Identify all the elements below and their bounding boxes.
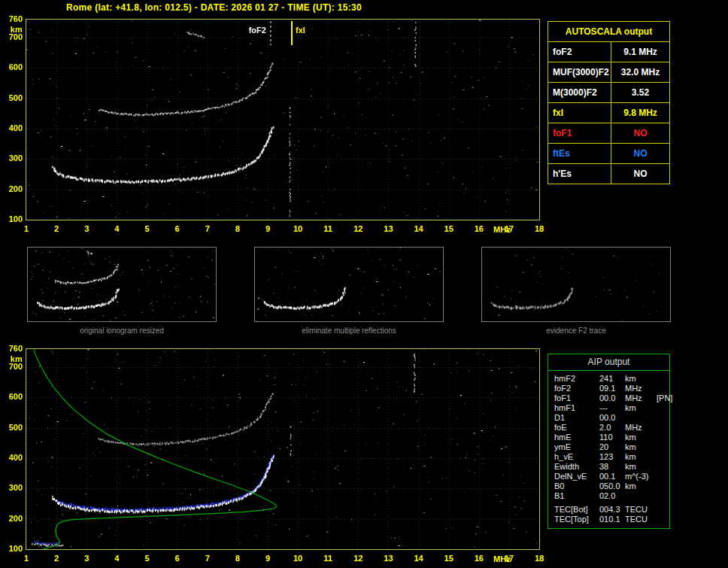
x-tick-7: 7 — [199, 554, 217, 563]
x-tick-18: 18 — [530, 554, 548, 563]
x-tick-14: 14 — [410, 554, 428, 563]
ionogram-top-canvas — [26, 20, 539, 220]
autoscala-param-label: MUF(3000)F2 — [548, 62, 611, 82]
ionogram-bottom-canvas — [26, 349, 539, 549]
aip-value: 2.0 — [599, 423, 625, 433]
aip-value: 09.1 — [599, 384, 625, 393]
autoscala-param-label: fxI — [548, 103, 611, 123]
x-tick-2: 2 — [47, 224, 65, 233]
thumbnail-eliminate-reflections — [254, 247, 444, 322]
aip-row-ymE: ymE20km — [554, 442, 669, 452]
aip-unit: km — [625, 442, 657, 452]
y-tick-500: 500 — [0, 423, 23, 432]
aip-unit: m^(-3) — [625, 472, 657, 481]
aip-param: hmF1 — [554, 403, 599, 413]
x-tick-6: 6 — [168, 554, 187, 563]
aip-param: hmE — [554, 433, 599, 442]
aip-row-foE: foE2.0MHz — [554, 423, 669, 433]
x-tick-7: 7 — [199, 224, 217, 233]
aip-unit: MHz — [625, 423, 657, 433]
y-tick-200: 200 — [0, 184, 23, 193]
autoscala-row-M(3000)F2: M(3000)F23.52 — [548, 82, 669, 102]
aip-value: 20 — [599, 442, 625, 452]
ionogram-bottom-plot — [26, 348, 540, 550]
aip-value: 38 — [599, 462, 625, 472]
aip-value: 050.0 — [599, 481, 625, 491]
autoscala-param-value: 9.1 MHz — [611, 42, 669, 62]
autoscala-param-value: NO — [611, 123, 669, 143]
x-tick-13: 13 — [379, 554, 397, 563]
aip-param: B1 — [554, 491, 599, 501]
aip-value: 123 — [599, 452, 625, 462]
aip-unit: km — [625, 481, 657, 491]
x-tick-4: 4 — [108, 554, 126, 563]
y-tick-760: 760 — [0, 344, 23, 353]
autoscala-param-value: NO — [611, 164, 669, 184]
autoscala-param-label: foF2 — [548, 42, 611, 62]
y-tick-100: 100 — [0, 214, 23, 223]
y-tick-600: 600 — [0, 62, 23, 71]
autoscala-screen: Rome (lat: +41.8, lon: 012.5) - DATE: 20… — [0, 0, 728, 568]
autoscala-row-ftEs: ftEsNO — [548, 143, 669, 163]
aip-unit: km — [625, 403, 657, 413]
aip-unit: TECU — [625, 505, 657, 515]
thumbnail-caption-evidence: evidence F2 trace — [481, 327, 671, 335]
x-tick-8: 8 — [229, 554, 247, 563]
x-tick-3: 3 — [77, 224, 96, 233]
aip-row-hmE: hmE110km — [554, 433, 669, 442]
y-tick-300: 300 — [0, 153, 23, 163]
aip-row-foF2: foF209.1MHz — [554, 384, 669, 393]
autoscala-table-rows: foF29.1 MHzMUF(3000)F232.0 MHzM(3000)F23… — [548, 41, 669, 184]
autoscala-row-foF1: foF1NO — [548, 123, 669, 143]
y-tick-400: 400 — [0, 123, 23, 132]
aip-unit: MHz — [625, 393, 657, 403]
x-tick-11: 11 — [319, 224, 337, 233]
aip-row-D1: D100.0 — [554, 413, 669, 423]
x-tick-11: 11 — [319, 554, 337, 563]
thumbnail-eliminate-canvas — [255, 248, 443, 321]
aip-output-table: AIP output hmF2241kmfoF209.1MHzfoF100.0M… — [548, 354, 670, 529]
aip-param: foF1 — [554, 393, 599, 403]
aip-value: 00.0 — [599, 413, 625, 423]
aip-param: foF2 — [554, 384, 599, 393]
y-tick-200: 200 — [0, 514, 23, 523]
thumbnail-original-canvas — [28, 248, 216, 321]
y-tick-400: 400 — [0, 453, 23, 462]
x-tick-3: 3 — [77, 554, 96, 563]
aip-unit: km — [625, 452, 657, 462]
aip-unit: MHz — [625, 384, 657, 393]
aip-value: 02.0 — [599, 491, 625, 501]
page-title: Rome (lat: +41.8, lon: 012.5) - DATE: 20… — [66, 2, 362, 13]
x-tick-10: 10 — [289, 554, 307, 563]
x-tick-15: 15 — [440, 554, 458, 563]
x-tick-13: 13 — [379, 224, 397, 233]
aip-table-title: AIP output — [548, 354, 669, 371]
x-tick-4: 4 — [108, 224, 126, 233]
x-tick-8: 8 — [229, 224, 247, 233]
thumbnail-original-ionogram — [27, 247, 217, 322]
x-tick-10: 10 — [289, 224, 307, 233]
y-tick-760: 760 — [0, 14, 23, 23]
autoscala-param-label: M(3000)F2 — [548, 83, 611, 102]
y-axis-label: km — [0, 25, 23, 34]
x-tick-12: 12 — [349, 224, 367, 233]
x-tick-2: 2 — [47, 554, 65, 563]
aip-unit: km — [625, 462, 657, 472]
x-tick-6: 6 — [168, 224, 187, 233]
aip-row-hmF1: hmF1---km — [554, 403, 669, 413]
aip-value: 241 — [599, 374, 625, 384]
annotation-foF2: foF2 — [249, 26, 266, 35]
thumbnail-caption-original: original ionogram resized — [27, 327, 217, 335]
autoscala-param-label: ftEs — [548, 144, 611, 163]
y-tick-100: 100 — [0, 544, 23, 553]
aip-table-rows: hmF2241kmfoF209.1MHzfoF100.0MHz[PN]hmF1-… — [548, 371, 669, 524]
y-tick-500: 500 — [0, 93, 23, 102]
aip-row-B1: B102.0 — [554, 491, 669, 501]
autoscala-row-fxI: fxI9.8 MHz — [548, 102, 669, 123]
autoscala-param-value: 32.0 MHz — [611, 62, 669, 82]
x-tick-5: 5 — [138, 554, 156, 563]
autoscala-output-table: AUTOSCALA output foF29.1 MHzMUF(3000)F23… — [548, 21, 670, 184]
aip-param: hmF2 — [554, 374, 599, 384]
y-axis-label: km — [0, 354, 23, 363]
aip-row-hmF2: hmF2241km — [554, 374, 669, 384]
